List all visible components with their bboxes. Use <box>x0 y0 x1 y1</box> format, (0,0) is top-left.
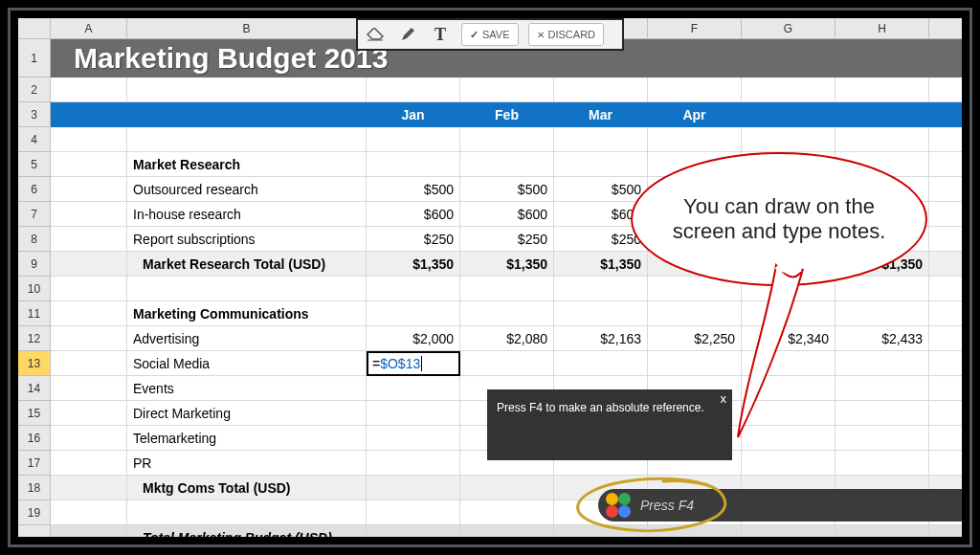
row-header-1[interactable]: 1 <box>18 39 51 78</box>
cell[interactable] <box>929 202 962 227</box>
cell[interactable] <box>127 277 367 301</box>
row-header-17[interactable]: 17 <box>18 451 51 476</box>
cell[interactable] <box>929 376 962 401</box>
cell[interactable] <box>929 326 962 351</box>
text-tool-icon[interactable]: T <box>429 23 452 46</box>
data-cell[interactable]: $500 <box>460 177 554 202</box>
total-cell[interactable]: $1,350 <box>460 252 554 277</box>
cell[interactable] <box>835 127 929 152</box>
cell[interactable] <box>460 351 554 376</box>
cell[interactable] <box>835 351 929 376</box>
data-cell[interactable]: $2,163 <box>554 326 648 351</box>
row-header-15[interactable]: 15 <box>18 401 51 426</box>
row-header-7[interactable]: 7 <box>18 202 51 227</box>
cell[interactable] <box>835 525 929 537</box>
cell[interactable] <box>51 301 127 326</box>
cell[interactable] <box>367 127 460 152</box>
press-f4-bar[interactable]: Press F4 <box>598 489 962 522</box>
row-header-2[interactable]: 2 <box>18 78 51 102</box>
row-header-16[interactable]: 16 <box>18 426 51 451</box>
cell[interactable] <box>929 127 962 152</box>
cell[interactable] <box>51 500 127 525</box>
col-header-B[interactable]: B <box>127 18 367 39</box>
data-cell[interactable]: $600 <box>367 202 460 227</box>
col-header-F[interactable]: F <box>648 18 742 39</box>
cell[interactable] <box>367 401 460 426</box>
cell[interactable] <box>51 177 127 202</box>
cell[interactable] <box>929 351 962 376</box>
data-cell[interactable]: $2,080 <box>460 326 554 351</box>
cell[interactable] <box>554 127 648 152</box>
cell[interactable] <box>367 451 460 476</box>
cell[interactable] <box>929 401 962 426</box>
cell[interactable] <box>51 152 127 177</box>
row-header-10[interactable]: 10 <box>18 277 51 301</box>
select-all-corner[interactable] <box>18 18 51 39</box>
col-header-A[interactable]: A <box>51 18 127 39</box>
cell[interactable] <box>648 78 742 102</box>
cell[interactable] <box>929 451 962 476</box>
cell[interactable] <box>460 500 554 525</box>
cell[interactable] <box>648 351 742 376</box>
data-cell[interactable]: $250 <box>367 227 460 252</box>
cell[interactable] <box>460 476 554 500</box>
row-header-14[interactable]: 14 <box>18 376 51 401</box>
cell[interactable] <box>460 277 554 301</box>
col-header-G[interactable]: G <box>742 18 835 39</box>
cell[interactable] <box>648 127 742 152</box>
cell[interactable] <box>460 301 554 326</box>
instruction-note[interactable]: x Press F4 to make an absolute reference… <box>487 389 732 460</box>
cell[interactable] <box>929 177 962 202</box>
pencil-icon[interactable] <box>396 23 419 46</box>
eraser-icon[interactable] <box>364 23 387 46</box>
cell[interactable] <box>367 277 460 301</box>
cell[interactable] <box>835 426 929 451</box>
row-header-9[interactable]: 9 <box>18 252 51 277</box>
cell[interactable] <box>929 525 962 537</box>
cell[interactable] <box>127 127 367 152</box>
cell[interactable] <box>51 127 127 152</box>
cell[interactable] <box>742 525 835 537</box>
data-cell[interactable]: $2,250 <box>648 326 742 351</box>
cell[interactable] <box>460 78 554 102</box>
row-header-[interactable] <box>18 525 51 537</box>
cell[interactable] <box>929 227 962 252</box>
row-header-3[interactable]: 3 <box>18 102 51 127</box>
data-cell[interactable]: $250 <box>460 227 554 252</box>
cell[interactable] <box>929 152 962 177</box>
cell[interactable] <box>835 401 929 426</box>
row-header-6[interactable]: 6 <box>18 177 51 202</box>
cell[interactable] <box>648 525 742 537</box>
cell[interactable] <box>835 78 929 102</box>
cell[interactable] <box>929 301 962 326</box>
row-header-5[interactable]: 5 <box>18 152 51 177</box>
close-icon[interactable]: x <box>721 391 727 406</box>
cell[interactable] <box>51 326 127 351</box>
row-header-4[interactable]: 4 <box>18 127 51 152</box>
cell[interactable] <box>929 78 962 102</box>
cell[interactable] <box>127 78 367 102</box>
cell[interactable] <box>367 376 460 401</box>
cell[interactable] <box>554 78 648 102</box>
cell[interactable] <box>367 426 460 451</box>
cell[interactable] <box>367 152 460 177</box>
cell[interactable] <box>51 351 127 376</box>
data-cell[interactable]: $2,433 <box>835 326 929 351</box>
col-header-H[interactable]: H <box>835 18 929 39</box>
cell[interactable] <box>460 525 554 537</box>
row-header-13[interactable]: 13 <box>18 351 51 376</box>
cell[interactable] <box>460 152 554 177</box>
cell[interactable] <box>51 376 127 401</box>
cell[interactable] <box>742 78 835 102</box>
cell[interactable] <box>51 277 127 301</box>
cell[interactable] <box>367 525 460 537</box>
cell[interactable] <box>929 426 962 451</box>
col-header-extra[interactable] <box>929 18 962 39</box>
data-cell[interactable]: $600 <box>460 202 554 227</box>
row-header-8[interactable]: 8 <box>18 227 51 252</box>
cell[interactable] <box>51 426 127 451</box>
cell[interactable] <box>51 451 127 476</box>
formula-cell[interactable]: =$O$13 <box>367 351 460 376</box>
row-header-18[interactable]: 18 <box>18 476 51 500</box>
row-header-19[interactable]: 19 <box>18 500 51 525</box>
